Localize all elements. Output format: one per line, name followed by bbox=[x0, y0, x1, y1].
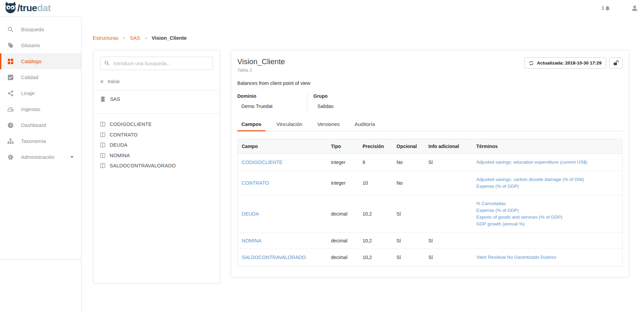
term-link[interactable]: Adjusted savings: carbon dioxide damage … bbox=[476, 176, 618, 183]
breadcrumb-separator-icon: > bbox=[120, 36, 129, 41]
sidebar-item-label: Búsqueda bbox=[21, 26, 44, 32]
tab-vinculacion[interactable]: Vinculación bbox=[272, 121, 306, 131]
field-precision: 10 bbox=[358, 171, 392, 195]
breadcrumb: Estructuras > SAS > Vision_Cliente bbox=[93, 35, 644, 41]
refresh-icon bbox=[529, 61, 534, 66]
field-opcional: Sí bbox=[392, 195, 424, 233]
tab-campos[interactable]: Campos bbox=[237, 121, 265, 131]
sitemap-icon bbox=[7, 138, 14, 145]
breadcrumb-link-estructuras[interactable]: Estructuras bbox=[93, 35, 118, 41]
explorer-back-label: Inicio bbox=[108, 78, 119, 84]
explorer-system-sas[interactable]: SAS bbox=[93, 90, 220, 108]
column-header-tipo: Tipo bbox=[327, 139, 358, 154]
field-info-adicional: Sí bbox=[424, 233, 472, 249]
structure-search-input[interactable] bbox=[100, 57, 213, 70]
sidebar-item-taxonomia[interactable]: Taxonomía bbox=[0, 133, 81, 149]
field-link-nomina[interactable]: NOMINA bbox=[242, 238, 261, 243]
sidebar-item-label: Ingestas bbox=[21, 106, 40, 112]
field-precision: 8 bbox=[358, 154, 392, 171]
column-header-precision: Precisión bbox=[358, 139, 392, 154]
sidebar-item-label: Administración bbox=[21, 154, 54, 160]
field-link-deuda[interactable]: DEUDA bbox=[242, 211, 259, 217]
updated-label: Actualizada: 2018-10-30 17:29 bbox=[537, 60, 602, 66]
gear-icon bbox=[7, 154, 14, 161]
updated-button[interactable]: Actualizada: 2018-10-30 17:29 bbox=[524, 57, 606, 69]
field-precision: 10,2 bbox=[358, 195, 392, 233]
brand-logo[interactable]: /truedat bbox=[4, 1, 51, 15]
search-icon bbox=[7, 26, 14, 33]
check-square-icon bbox=[7, 74, 14, 81]
fields-table-header: Campo Tipo Precisión Opcional Info adici… bbox=[238, 139, 622, 154]
term-link[interactable]: Adjusted savings: education expenditure … bbox=[476, 159, 618, 166]
sidebar-item-dashboard[interactable]: Dashboard bbox=[0, 117, 81, 133]
structure-explorer-panel: « Inicio SAS CODIGOCLIENTE bbox=[93, 50, 220, 283]
table-row: NOMINA decimal 10,2 Sí Sí bbox=[238, 233, 622, 249]
term-link[interactable]: Expense (% of GDP) bbox=[476, 207, 618, 214]
table-row: CONTRATO integer 10 No Adjusted savings:… bbox=[238, 171, 622, 195]
sidebar-item-label: Dashboard bbox=[21, 122, 46, 128]
top-header: /truedat 3 bbox=[0, 0, 644, 16]
notifications-button[interactable]: 3 bbox=[601, 5, 610, 11]
table-icon bbox=[100, 122, 105, 127]
bell-icon bbox=[605, 5, 610, 11]
sidebar-item-label: Taxonomía bbox=[21, 138, 46, 144]
database-icon bbox=[100, 96, 106, 102]
table-list: CODIGOCLIENTE CONTRATO DEUDA NOMINA SALD… bbox=[93, 114, 220, 177]
sidebar-item-calidad[interactable]: Calidad bbox=[0, 69, 81, 85]
sidebar-item-label: Linaje bbox=[21, 90, 35, 96]
structure-detail-panel: Vision_Cliente Tabla 2 Ac bbox=[231, 50, 629, 277]
field-terminos: Valor Residual No Garantizado Dudoso bbox=[472, 249, 622, 266]
explorer-table-codigocliente[interactable]: CODIGOCLIENTE bbox=[100, 119, 213, 130]
sidebar-item-linaje[interactable]: Linaje bbox=[0, 85, 81, 101]
table-row: CODIGOCLIENTE integer 8 No Sí Adjusted s… bbox=[238, 154, 622, 171]
breadcrumb-link-sas[interactable]: SAS bbox=[130, 35, 140, 41]
field-terminos: Adjusted savings: education expenditure … bbox=[472, 154, 622, 171]
term-link[interactable]: Expense (% of GDP) bbox=[476, 183, 618, 190]
term-link[interactable]: % Canceladas bbox=[476, 200, 618, 207]
explorer-table-nomina[interactable]: NOMINA bbox=[100, 150, 213, 161]
grid-icon bbox=[7, 58, 14, 65]
tab-auditoria[interactable]: Auditoría bbox=[351, 121, 379, 131]
sidebar-item-ingestas[interactable]: Ingestas bbox=[0, 101, 81, 117]
group-value: Salidas bbox=[317, 104, 334, 109]
sidebar-item-catalogo[interactable]: Catálogo bbox=[0, 53, 81, 69]
system-label: SAS bbox=[110, 96, 120, 102]
field-info-adicional bbox=[424, 195, 472, 233]
explorer-table-contrato[interactable]: CONTRATO bbox=[100, 130, 213, 140]
column-header-terminos: Términos bbox=[472, 139, 622, 154]
table-row: DEUDA decimal 10,2 Sí % Canceladas Expen… bbox=[238, 195, 622, 233]
field-link-contrato[interactable]: CONTRATO bbox=[242, 180, 269, 186]
field-terminos bbox=[472, 233, 622, 249]
unlock-icon bbox=[613, 60, 619, 66]
tab-versiones[interactable]: Versiones bbox=[313, 121, 344, 131]
fields-table: Campo Tipo Precisión Opcional Info adici… bbox=[237, 139, 623, 266]
term-link[interactable]: Valor Residual No Garantizado Dudoso bbox=[476, 254, 618, 261]
truedat-owl-icon bbox=[4, 1, 17, 15]
lock-button[interactable] bbox=[609, 57, 623, 69]
drive-icon bbox=[7, 106, 14, 113]
explorer-table-deuda[interactable]: DEUDA bbox=[100, 140, 213, 150]
double-chevron-left-icon: « bbox=[100, 78, 104, 84]
field-link-codigocliente[interactable]: CODIGOCLIENTE bbox=[242, 160, 282, 165]
table-icon bbox=[100, 153, 105, 158]
explorer-table-saldocontravalorado[interactable]: SALDOCONTRAVALORADO bbox=[100, 161, 213, 171]
sidebar-item-glosario[interactable]: Glosario bbox=[0, 37, 81, 53]
sidebar-item-busqueda[interactable]: Búsqueda bbox=[0, 21, 81, 37]
explorer-back-home[interactable]: « Inicio bbox=[100, 78, 213, 84]
sidebar-item-administracion[interactable]: Administración bbox=[0, 149, 81, 165]
detail-tabs: Campos Vinculación Versiones Auditoría bbox=[237, 121, 623, 131]
term-link[interactable]: GDP growth (annual %) bbox=[476, 221, 618, 227]
tag-icon bbox=[7, 42, 14, 49]
field-tipo: integer bbox=[327, 171, 358, 195]
structure-subtitle: Tabla 2 bbox=[237, 68, 285, 73]
structure-description: Balances from client point of view bbox=[237, 80, 623, 86]
domain-value: Demo Truedat bbox=[241, 104, 307, 109]
user-icon bbox=[631, 5, 638, 12]
field-info-adicional bbox=[424, 171, 472, 195]
breadcrumb-separator-icon: > bbox=[142, 36, 150, 41]
term-link[interactable]: Exports of goods and services (% of GDP) bbox=[476, 214, 618, 221]
field-info-adicional: Sí bbox=[424, 249, 472, 266]
user-menu-button[interactable] bbox=[631, 5, 638, 12]
sidebar-item-label: Calidad bbox=[21, 74, 38, 80]
field-link-saldocontravalorado[interactable]: SALDOCONTRAVALORADO bbox=[242, 255, 306, 260]
